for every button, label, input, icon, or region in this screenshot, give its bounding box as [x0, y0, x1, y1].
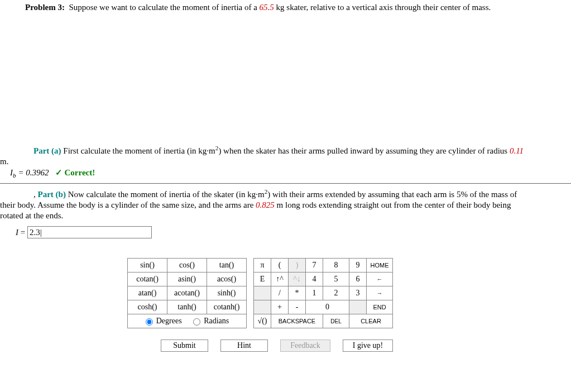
key-8[interactable]: 8 — [323, 259, 349, 273]
line2-after: m long rods extending straight out from … — [275, 200, 511, 209]
hint-button[interactable]: Hint — [220, 340, 268, 352]
part-a-answer: Ib = 0.3962 ✓ Correct! — [10, 168, 571, 179]
line2-before: their body. Assume the body is a cylinde… — [0, 200, 256, 209]
part-b-prefix: , — [33, 190, 38, 199]
key-sinh[interactable]: sinh() — [207, 286, 247, 300]
key-asin[interactable]: asin() — [167, 273, 207, 286]
key-lparen[interactable]: ( — [271, 259, 289, 273]
key-down-caret[interactable]: ^↓ — [289, 273, 306, 286]
key-sin[interactable]: sin() — [128, 259, 167, 273]
key-0[interactable]: 0 — [306, 300, 349, 314]
key-1[interactable]: 1 — [306, 286, 323, 300]
giveup-button[interactable]: I give up! — [343, 340, 393, 352]
key-cotan[interactable]: cotan() — [128, 273, 167, 286]
part-a-header: Part (a) First calculate the moment of i… — [33, 145, 571, 156]
angle-mode-row: Degrees Radians — [128, 314, 247, 328]
key-e[interactable]: E — [254, 273, 271, 286]
separator — [0, 183, 571, 184]
key-tan[interactable]: tan() — [207, 259, 247, 273]
degrees-radio[interactable] — [146, 318, 153, 326]
key-blank1 — [254, 286, 271, 300]
part-a-suffix: m. — [0, 157, 568, 166]
answer-input[interactable] — [27, 226, 152, 238]
part-b-text-before: Now calculate the moment of inertia of t… — [68, 190, 265, 199]
feedback-button: Feedback — [280, 340, 330, 352]
input-row: I = — [16, 226, 571, 238]
key-acos[interactable]: acos() — [207, 273, 247, 286]
key-3[interactable]: 3 — [349, 286, 367, 300]
key-acotan[interactable]: acotan() — [167, 286, 207, 300]
part-b-label: Part (b) — [38, 190, 66, 199]
function-keypad: sin() cos() tan() cotan() asin() acos() … — [127, 258, 247, 328]
key-clear[interactable]: CLEAR — [349, 314, 393, 328]
part-a-label: Part (a) — [33, 146, 61, 155]
key-end[interactable]: END — [367, 300, 393, 314]
part-a-text-mid: ) when the skater has their arms pulled … — [218, 146, 510, 155]
problem-text-before: Suppose we want to calculate the moment … — [69, 3, 259, 12]
part-b-line3: rotated at the ends. — [0, 211, 568, 221]
calculator: sin() cos() tan() cotan() asin() acos() … — [127, 258, 571, 352]
key-5[interactable]: 5 — [323, 273, 349, 286]
key-minus[interactable]: - — [289, 300, 306, 314]
answer-eq: = 0.3962 — [16, 168, 49, 177]
key-backspace[interactable]: BACKSPACE — [271, 314, 323, 328]
part-b-line2: their body. Assume the body is a cylinde… — [0, 200, 568, 210]
radians-label: Radians — [204, 317, 229, 325]
key-up-caret[interactable]: ↑^ — [271, 273, 289, 286]
part-b-text-mid: ) with their arms extended by assuming t… — [267, 190, 517, 199]
key-6[interactable]: 6 — [349, 273, 367, 286]
radius-value: 0.11 — [510, 146, 524, 155]
mass-value: 65.5 — [260, 3, 274, 12]
key-left-arrow[interactable]: ← — [367, 273, 393, 286]
problem-text-after: kg skater, relative to a vertical axis t… — [274, 3, 491, 12]
key-7[interactable]: 7 — [306, 259, 323, 273]
key-rparen[interactable]: ) — [289, 259, 306, 273]
key-home[interactable]: HOME — [367, 259, 393, 273]
check-icon: ✓ — [55, 168, 63, 177]
key-9[interactable]: 9 — [349, 259, 367, 273]
radians-radio[interactable] — [193, 318, 200, 326]
key-4[interactable]: 4 — [306, 273, 323, 286]
arm-value: 0.825 — [256, 200, 275, 209]
action-row: Submit Hint Feedback I give up! — [161, 340, 571, 352]
key-cotanh[interactable]: cotanh() — [207, 300, 247, 314]
submit-button[interactable]: Submit — [161, 340, 208, 352]
key-pi[interactable]: π — [254, 259, 271, 273]
key-blank2 — [254, 300, 271, 314]
key-2[interactable]: 2 — [323, 286, 349, 300]
part-a-text-before: First calculate the moment of inertia (i… — [63, 146, 215, 155]
input-eq: = — [18, 228, 27, 237]
correct-text: Correct! — [63, 168, 95, 177]
key-blank3 — [349, 300, 367, 314]
key-plus[interactable]: + — [271, 300, 289, 314]
key-tanh[interactable]: tanh() — [167, 300, 207, 314]
key-multiply[interactable]: * — [289, 286, 306, 300]
numeric-keypad: π ( ) 7 8 9 HOME E ↑^ ^↓ 4 5 6 ← — [253, 258, 393, 328]
key-cosh[interactable]: cosh() — [128, 300, 167, 314]
key-atan[interactable]: atan() — [128, 286, 167, 300]
key-right-arrow[interactable]: → — [367, 286, 393, 300]
degrees-label: Degrees — [156, 317, 182, 325]
key-sqrt[interactable]: √() — [254, 314, 271, 328]
key-divide[interactable]: / — [271, 286, 289, 300]
key-cos[interactable]: cos() — [167, 259, 207, 273]
problem-header: Problem 3: Suppose we want to calculate … — [25, 3, 571, 12]
key-del[interactable]: DEL — [323, 314, 349, 328]
problem-label: Problem 3: — [25, 3, 65, 12]
part-b-header: , Part (b) Now calculate the moment of i… — [33, 188, 571, 199]
